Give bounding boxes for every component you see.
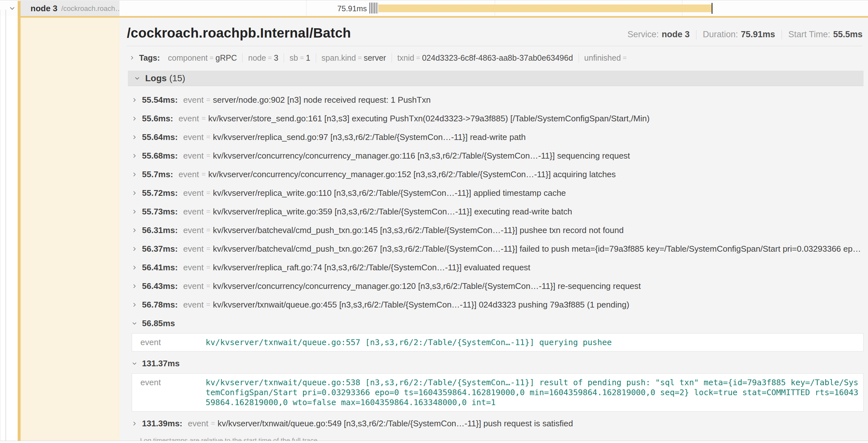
chevron-right-icon[interactable] (132, 190, 137, 196)
log-timestamp: 56.43ms: (142, 281, 178, 291)
tag-key: span.kind (321, 53, 356, 63)
log-field-key: event (183, 225, 204, 235)
log-field-value: kv/kvserver/concurrency/concurrency_mana… (213, 151, 630, 161)
span-end-tick (712, 3, 713, 14)
log-row[interactable]: 55.68ms: event = kv/kvserver/concurrency… (128, 150, 864, 161)
log-row[interactable]: 55.7ms: event = kv/kvserver/concurrency/… (128, 169, 864, 180)
log-field-value: kv/kvserver/txnwait/queue.go:549 [n3,s3,… (217, 419, 573, 429)
log-field-key: event (179, 114, 199, 124)
log-row[interactable]: 55.6ms: event = kv/kvserver/store_send.g… (128, 113, 864, 124)
tag-item: txnid = 024d3323-6c8f-4863-aa8b-37ab0e63… (392, 53, 579, 63)
log-row[interactable]: 55.72ms: event = kv/kvserver/replica_wri… (128, 188, 864, 198)
log-timestamp: 131.39ms: (142, 419, 183, 429)
log-field-value: kv/kvserver/batcheval/cmd_push_txn.go:26… (213, 244, 861, 254)
tag-key: component (168, 53, 208, 63)
log-row[interactable]: 55.54ms: event = server/node.go:902 [n3]… (128, 94, 864, 105)
tags-section-toggle[interactable]: Tags: component = gRPC node = 3 sb = 1 s… (129, 51, 863, 65)
log-field-key: event (183, 207, 204, 217)
trace-detail-view: node 3 /cockroach.roach… 75.91ms /cockro… (0, 0, 868, 443)
tags-label: Tags: (139, 53, 160, 63)
log-detail-card: event kv/kvserver/txnwait/queue.go:557 [… (132, 333, 864, 351)
equals-sign: = (358, 54, 362, 62)
chevron-right-icon[interactable] (132, 209, 137, 214)
log-timestamp: 55.6ms: (142, 114, 173, 124)
log-field-key: event (183, 95, 204, 105)
equals-sign: = (206, 189, 210, 197)
chevron-right-icon[interactable] (132, 421, 137, 426)
equals-sign: = (202, 170, 206, 178)
duration-value: 75.91ms (741, 30, 775, 39)
log-row[interactable]: 56.43ms: event = kv/kvserver/concurrency… (128, 280, 864, 292)
log-row-expanded-header[interactable]: 56.85ms (128, 318, 864, 329)
log-field-key: event (183, 188, 204, 198)
log-row[interactable]: 56.78ms: event = kv/kvserver/txnwait/que… (128, 299, 864, 310)
log-field-key: event (136, 337, 206, 347)
span-timeline-row[interactable]: node 3 /cockroach.roach… 75.91ms (0, 0, 868, 16)
log-timestamp: 55.64ms: (142, 132, 178, 142)
log-row[interactable]: 55.64ms: event = kv/kvserver/replica_sen… (128, 132, 864, 142)
log-field-key: event (183, 151, 204, 161)
equals-sign: = (211, 419, 215, 428)
log-row-expanded-header[interactable]: 131.37ms (128, 358, 864, 369)
start-time-value: 55.5ms (833, 30, 863, 39)
service-value: node 3 (662, 30, 690, 39)
span-operation-name: /cockroach.roach… (61, 4, 120, 13)
log-row[interactable]: 56.41ms: event = kv/kvserver/replica_raf… (128, 262, 864, 273)
log-field-key: event (183, 244, 204, 254)
log-row[interactable]: 56.37ms: event = kv/kvserver/batcheval/c… (128, 243, 864, 254)
equals-sign: = (206, 245, 210, 253)
chevron-down-icon[interactable] (134, 75, 140, 81)
span-duration-label: 75.91ms (337, 4, 367, 13)
header-divider (127, 46, 863, 46)
tag-item: span.kind = server (316, 53, 392, 63)
chevron-right-icon[interactable] (132, 228, 137, 233)
chevron-right-icon[interactable] (132, 265, 137, 270)
chevron-down-icon[interactable] (132, 321, 137, 326)
chevron-right-icon[interactable] (132, 135, 137, 140)
equals-sign: = (206, 301, 210, 309)
log-row[interactable]: 56.31ms: event = kv/kvserver/batcheval/c… (128, 225, 864, 236)
span-name-cell[interactable]: node 3 /cockroach.roach… (20, 1, 120, 16)
log-field-key: event (183, 132, 204, 142)
chevron-right-icon[interactable] (132, 302, 137, 308)
chevron-down-icon[interactable] (132, 361, 137, 366)
log-timestamp: 131.37ms (142, 359, 180, 369)
log-timestamp: 55.7ms: (142, 170, 173, 179)
log-field-value: kv/kvserver/txnwait/queue.go:455 [n3,s3,… (213, 300, 629, 310)
log-field-value: kv/kvserver/batcheval/cmd_push_txn.go:14… (213, 225, 624, 235)
log-row[interactable]: 131.39ms: event = kv/kvserver/txnwait/qu… (128, 418, 864, 429)
log-field-value: kv/kvserver/replica_send.go:97 [n3,s3,r6… (213, 132, 526, 142)
logs-list: 55.54ms: event = server/node.go:902 [n3]… (128, 86, 864, 441)
tree-indent-guide (5, 10, 6, 441)
start-time-label: Start Time: (788, 30, 830, 39)
chevron-right-icon[interactable] (132, 153, 137, 159)
chevron-down-icon[interactable] (9, 5, 16, 11)
equals-sign: = (206, 151, 210, 160)
logs-title: Logs (145, 73, 167, 83)
logs-section-toggle[interactable]: Logs (15) (128, 71, 864, 86)
equals-sign: = (623, 54, 627, 62)
equals-sign: = (206, 282, 210, 290)
chevron-right-icon[interactable] (132, 172, 137, 177)
service-label: Service: (627, 30, 659, 39)
detail-bottom-border (0, 441, 868, 441)
chevron-right-icon[interactable] (132, 283, 137, 289)
chevron-right-icon[interactable] (132, 97, 137, 103)
tag-key: node (248, 53, 266, 63)
tag-key: unfinished (584, 53, 621, 63)
tag-item: component = gRPC (162, 53, 243, 63)
equals-sign: = (416, 54, 420, 62)
span-duration-bar[interactable] (378, 4, 712, 12)
log-timestamp: 56.85ms (142, 318, 175, 329)
span-meta: Service: node 3 Duration: 75.91ms Start … (627, 30, 863, 41)
chevron-right-icon[interactable] (132, 116, 137, 121)
log-field-value: kv/kvserver/replica_write.go:359 [n3,s3,… (213, 207, 572, 217)
chevron-right-icon[interactable] (132, 246, 137, 252)
log-row[interactable]: 55.73ms: event = kv/kvserver/replica_wri… (128, 206, 864, 217)
duration-label: Duration: (703, 30, 738, 39)
chevron-right-icon[interactable] (129, 55, 134, 60)
tag-item: node = 3 (242, 53, 284, 63)
tag-key: sb (289, 53, 298, 63)
log-field-value: kv/kvserver/store_send.go:161 [n3,s3] ex… (208, 114, 650, 124)
equals-sign: = (202, 114, 206, 123)
